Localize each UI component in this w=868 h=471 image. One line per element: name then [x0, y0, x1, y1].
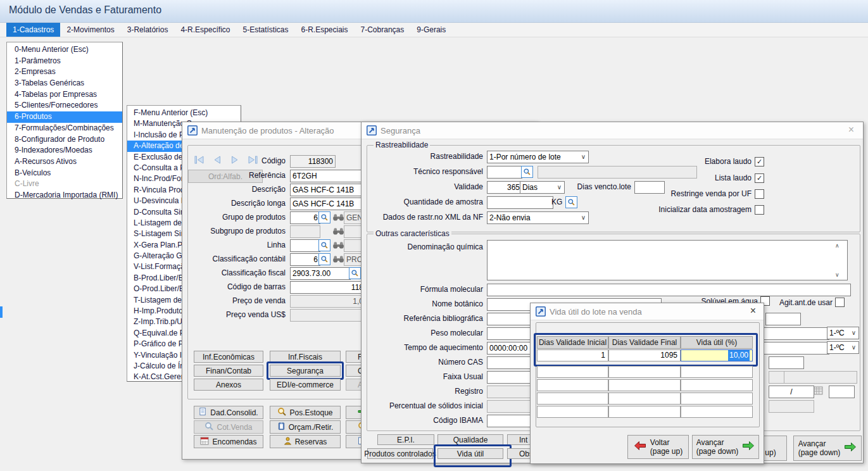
menu-item-tabelas-genericas[interactable]: 3-Tabelas Genéricas	[7, 78, 122, 89]
menu-item-recursos-ativos[interactable]: A-Recursos Ativos	[7, 156, 122, 168]
close-icon[interactable]: ×	[750, 306, 756, 316]
menu-item-mercadoria-importada[interactable]: D-Mercadoria Importada (RMI)	[7, 190, 122, 201]
tecnico-code-field[interactable]	[487, 166, 522, 179]
menu-item-indexadores[interactable]: 9-Indexadores/Moedas	[7, 145, 122, 156]
elabora-laudo-checkbox[interactable]: ✓	[755, 157, 764, 166]
finan-contab-button[interactable]: Finan/Contab	[194, 365, 263, 377]
document-icon	[199, 407, 207, 418]
shelf-avancar-button[interactable]: Avançar(page down)	[692, 435, 759, 459]
linha-code-field[interactable]	[290, 239, 320, 252]
menu-item-formulacoes[interactable]: 7-Formulações/Combinações	[7, 123, 122, 134]
table-empty-cell[interactable]	[537, 392, 608, 405]
vida-util-button[interactable]: Vida útil	[437, 448, 503, 459]
col-header-vida-util[interactable]: Vida útil (%)	[681, 336, 753, 349]
menu-item-empresas[interactable]: 2-Empresas	[7, 66, 122, 78]
menu-item-tabelas-empresas[interactable]: 4-Tabelas por Empresas	[7, 89, 122, 101]
class-contabil-search-icon[interactable]	[318, 253, 330, 265]
cell-dias-inicial[interactable]: 1	[537, 349, 608, 361]
subgrupo-binoculars-icon[interactable]	[332, 226, 344, 236]
inicializar-amostragem-checkbox[interactable]	[755, 205, 764, 215]
linha-search-icon[interactable]	[318, 239, 330, 251]
tecnico-search-icon[interactable]	[521, 166, 533, 178]
table-empty-cell[interactable]	[537, 366, 608, 378]
agit-checkbox[interactable]	[835, 298, 845, 307]
seguranca-button[interactable]: Segurança	[270, 365, 341, 377]
tab-cadastros[interactable]: 1-Cadastros	[6, 23, 60, 37]
tab-movimentos[interactable]: 2-Movimentos	[60, 23, 120, 37]
tab-r-especifico[interactable]: 4-R.Específico	[174, 23, 236, 37]
qualidade-button[interactable]: Qualidade	[437, 434, 503, 445]
menu-item-livre: C-Livre	[7, 179, 122, 190]
rastreabilidade-legend: Rastreabilidade	[374, 141, 430, 149]
qtd-amostra-label: Quantidade de amostra	[368, 196, 483, 208]
menu-item-veiculos[interactable]: B-Veículos	[7, 168, 122, 179]
orcam-retir-button[interactable]: Orçam./Retir.	[270, 420, 341, 434]
close-icon[interactable]: ×	[848, 125, 854, 135]
col-header-dias-final[interactable]: Dias Validade Final	[608, 336, 681, 349]
grupo-code-field[interactable]: 6	[290, 211, 320, 224]
cell-dias-final[interactable]: 1095	[608, 349, 681, 361]
table-empty-cell[interactable]	[681, 392, 753, 405]
submenu-item-menu-anterior[interactable]: F-Menu Anterior (Esc)	[127, 108, 241, 118]
calendar-icon[interactable]	[814, 386, 823, 398]
formula-field[interactable]	[487, 284, 851, 296]
menu-item-clientes-fornecedores[interactable]: 5-Clientes/Fornecedores	[7, 100, 122, 111]
class-fiscal-search-icon[interactable]	[349, 267, 361, 279]
cell-vida-util[interactable]: 10,00	[681, 349, 753, 361]
temp-field-2[interactable]	[754, 342, 829, 355]
dad-consolid-button[interactable]: Dad.Consolid.	[194, 406, 263, 419]
epi-button[interactable]: E.P.I.	[377, 434, 434, 445]
table-empty-cell[interactable]	[681, 379, 753, 391]
scroll-down-icon[interactable]: ∨	[835, 272, 840, 278]
table-empty-cell[interactable]	[608, 406, 681, 418]
edi-ecommerce-button[interactable]: EDI/e-commerce	[270, 379, 341, 391]
table-empty-cell[interactable]	[537, 379, 608, 391]
temp-field-1[interactable]	[754, 327, 829, 340]
menu-item-parametros[interactable]: 1-Parâmetros	[7, 56, 122, 67]
produtos-controlados-button[interactable]: Produtos controlados	[367, 448, 433, 459]
linha-binoculars-icon[interactable]	[332, 240, 344, 249]
temp-unit-select-1[interactable]: 1-ºC ∨	[827, 327, 859, 339]
grupo-binoculars-icon[interactable]	[332, 212, 344, 222]
inf-fiscais-button[interactable]: Inf.Fiscais	[270, 351, 341, 363]
tab-estatisticas[interactable]: 5-Estatísticas	[236, 23, 294, 37]
menu-item-menu-anterior[interactable]: 0-Menu Anterior (Esc)	[7, 44, 122, 56]
inf-economicas-button[interactable]: Inf.Econômicas	[194, 351, 263, 363]
anexos-button[interactable]: Anexos	[194, 379, 263, 391]
tab-cobrancas[interactable]: 7-Cobranças	[355, 23, 411, 37]
tab-r-especiais[interactable]: 6-R.Especiais	[295, 23, 355, 37]
temp-unit-select-2[interactable]: 1-ºC ∨	[827, 341, 859, 354]
lista-laudo-checkbox[interactable]: ✓	[755, 173, 764, 183]
table-empty-cell[interactable]	[608, 379, 681, 391]
class-fiscal-field[interactable]: 2903.73.00	[290, 267, 351, 280]
reservas-button[interactable]: Reservas	[270, 435, 341, 448]
menu-item-produtos[interactable]: 6-Produtos	[7, 111, 122, 123]
right-field-2[interactable]	[769, 356, 804, 369]
class-contabil-binoculars-icon[interactable]	[332, 254, 344, 263]
qtd-amostra-field[interactable]	[487, 196, 553, 209]
encomendas-button[interactable]: Encomendas	[194, 435, 263, 448]
table-empty-cell[interactable]	[681, 366, 753, 378]
menu-item-configurador[interactable]: 8-Configurador de Produto	[7, 134, 122, 146]
shelf-voltar-button[interactable]: Voltar(page up)	[627, 435, 689, 459]
right-field-1[interactable]	[765, 313, 801, 325]
cod-barras-field[interactable]: 118	[290, 281, 366, 294]
security-dialog-titlebar: Segurança ×	[362, 122, 863, 139]
table-empty-cell[interactable]	[537, 406, 608, 418]
table-empty-cell[interactable]	[608, 392, 681, 405]
denominacao-textarea[interactable]	[487, 240, 848, 280]
class-contabil-code-field[interactable]: 6	[290, 253, 320, 266]
date-field[interactable]: /	[769, 386, 814, 398]
col-header-dias-inicial[interactable]: Dias Validade Inicial	[537, 336, 608, 349]
table-empty-cell[interactable]	[608, 366, 681, 378]
right-small-field[interactable]	[829, 386, 855, 398]
tab-relatorios[interactable]: 3-Relatórios	[121, 23, 175, 37]
table-empty-cell[interactable]	[681, 406, 753, 418]
grupo-search-icon[interactable]	[318, 211, 330, 223]
restringe-uf-checkbox[interactable]	[755, 189, 764, 199]
validade-field[interactable]: 365	[487, 181, 522, 194]
tab-gerais[interactable]: 9-Gerais	[410, 23, 452, 37]
security-avancar-button[interactable]: Avançar(page down)	[793, 436, 862, 461]
scroll-up-icon[interactable]: ∧	[835, 243, 840, 249]
pos-estoque-button[interactable]: Pos.Estoque	[270, 406, 341, 419]
